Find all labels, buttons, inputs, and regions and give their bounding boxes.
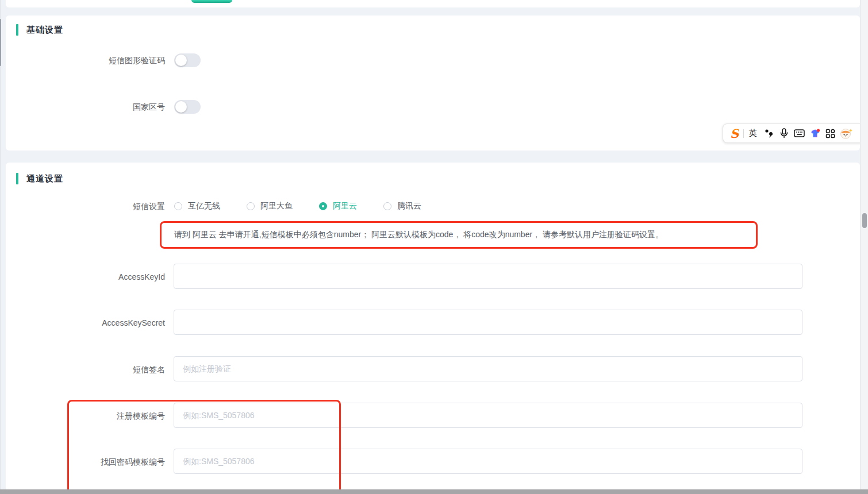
vertical-scrollbar-thumb[interactable]: [862, 213, 867, 228]
toolbox-grid-icon[interactable]: [823, 126, 838, 141]
sogou-logo-icon[interactable]: S: [727, 126, 742, 141]
radio-aliyun[interactable]: 阿里云: [319, 201, 357, 211]
partial-green-button[interactable]: [191, 0, 232, 3]
english-mode-icon[interactable]: 英: [745, 126, 761, 141]
keyboard-icon[interactable]: [792, 126, 807, 141]
radio-circle: [319, 202, 327, 210]
microphone-icon[interactable]: [776, 126, 792, 141]
sms-signature-label: 短信签名: [0, 362, 165, 376]
radio-circle: [383, 202, 391, 210]
vertical-scrollbar-track[interactable]: [860, 0, 868, 494]
punctuation-icon[interactable]: [761, 126, 776, 141]
basic-settings-header: 基础设置: [16, 24, 63, 36]
register-template-label: 注册模板编号: [0, 409, 165, 423]
radio-label: 阿里大鱼: [260, 201, 293, 211]
sms-provider-group-label: 短信设置: [0, 199, 165, 213]
accesskeyid-input[interactable]: [174, 264, 802, 289]
card-top-partial: [6, 0, 860, 7]
toggle-knob: [175, 101, 187, 113]
radio-circle: [174, 202, 182, 210]
ai-assistant-icon[interactable]: [838, 126, 854, 141]
radio-tencent-cloud[interactable]: 腾讯云: [383, 201, 421, 211]
toggle-knob: [175, 55, 187, 66]
basic-settings-title: 基础设置: [26, 25, 63, 36]
password-recovery-template-label: 找回密码模板编号: [0, 455, 165, 469]
sogou-ime-toolbar: S 英: [723, 124, 868, 143]
password-recovery-template-input[interactable]: [174, 449, 802, 474]
channel-settings-title: 通道设置: [26, 173, 63, 184]
channel-settings-header: 通道设置: [16, 172, 63, 185]
section-accent-bar: [16, 24, 18, 36]
country-code-toggle[interactable]: [174, 100, 201, 114]
horizontal-scrollbar[interactable]: [0, 489, 868, 494]
accesskeyid-label: AccessKeyId: [0, 270, 165, 284]
sms-signature-input[interactable]: [174, 356, 802, 381]
radio-label: 互亿无线: [188, 201, 220, 211]
aliyun-notice-text: 请到 阿里云 去申请开通,短信模板中必须包含number； 阿里云默认模板为co…: [174, 222, 749, 248]
accesskeysecret-input[interactable]: [174, 310, 802, 335]
section-accent-bar: [16, 173, 18, 184]
radio-ali-dayu[interactable]: 阿里大鱼: [247, 201, 293, 211]
country-code-toggle-label: 国家区号: [0, 100, 165, 114]
ime-separator: [743, 129, 744, 138]
accesskeysecret-label: AccessKeySecret: [0, 316, 165, 330]
radio-label: 腾讯云: [397, 201, 421, 211]
radio-circle: [247, 202, 255, 210]
sms-captcha-toggle[interactable]: [174, 53, 201, 67]
register-template-input[interactable]: [174, 403, 802, 428]
radio-huyi-wireless[interactable]: 互亿无线: [174, 201, 220, 211]
skin-icon[interactable]: [807, 126, 823, 141]
radio-label: 阿里云: [333, 201, 357, 211]
sms-captcha-toggle-label: 短信图形验证码: [0, 53, 165, 67]
sms-provider-radio-group: 互亿无线 阿里大鱼 阿里云 腾讯云: [174, 199, 448, 213]
